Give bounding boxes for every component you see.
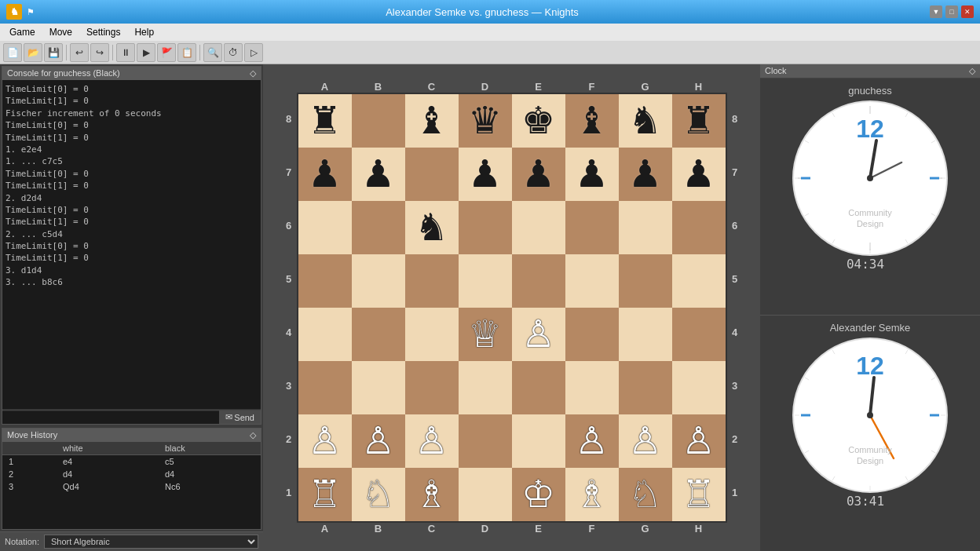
cell[interactable] bbox=[459, 361, 512, 414]
cell[interactable] bbox=[565, 201, 619, 254]
clock-button[interactable]: ⏱ bbox=[224, 43, 243, 62]
cell[interactable]: ♞ bbox=[619, 94, 672, 148]
redo-button[interactable]: ↪ bbox=[90, 43, 109, 62]
cell[interactable] bbox=[298, 308, 352, 361]
console-pin[interactable]: ◇ bbox=[250, 68, 256, 78]
cell[interactable] bbox=[352, 201, 405, 254]
maximize-button[interactable]: □ bbox=[945, 5, 958, 18]
zoom-button[interactable]: 🔍 bbox=[203, 43, 222, 62]
cell[interactable]: ♗ bbox=[405, 468, 459, 521]
cell[interactable]: ♙ bbox=[405, 414, 459, 468]
undo-button[interactable]: ↩ bbox=[70, 43, 89, 62]
cell[interactable]: ♙ bbox=[298, 414, 352, 468]
flag-button[interactable]: 🚩 bbox=[157, 43, 176, 62]
cell[interactable] bbox=[619, 254, 672, 308]
cell[interactable]: ♙ bbox=[672, 414, 726, 468]
cell[interactable] bbox=[619, 201, 672, 254]
console-input[interactable] bbox=[2, 411, 219, 424]
pause-button[interactable]: ⏸ bbox=[116, 43, 135, 62]
cell[interactable] bbox=[512, 201, 565, 254]
cell[interactable] bbox=[459, 254, 512, 308]
menu-move[interactable]: Move bbox=[43, 25, 79, 39]
cell[interactable]: ♔ bbox=[512, 468, 565, 521]
close-button[interactable]: ✕ bbox=[961, 5, 974, 18]
new-game-button[interactable]: 📄 bbox=[3, 43, 22, 62]
cell[interactable] bbox=[512, 414, 565, 468]
file-a-top: A bbox=[298, 81, 352, 93]
svg-point-21 bbox=[867, 175, 873, 181]
right-rank-coords: 8 7 6 5 4 3 2 1 bbox=[727, 93, 743, 523]
notation-select[interactable]: Short Algebraic bbox=[44, 535, 258, 549]
cell[interactable]: ♟ bbox=[672, 148, 726, 201]
clock-pin[interactable]: ◇ bbox=[969, 66, 975, 76]
piece: ♛ bbox=[468, 102, 502, 140]
save-button[interactable]: 💾 bbox=[44, 43, 63, 62]
cell[interactable] bbox=[512, 254, 565, 308]
cell[interactable] bbox=[459, 201, 512, 254]
chessboard[interactable]: ♜♝♛♚♝♞♜♟♟♟♟♟♟♟♞♕♙♙♙♙♙♙♙♖♘♗♔♗♘♖ bbox=[297, 93, 727, 523]
cell[interactable]: ♟ bbox=[512, 148, 565, 201]
forward-button[interactable]: ▶ bbox=[137, 43, 155, 62]
piece: ♝ bbox=[415, 102, 448, 140]
cell[interactable] bbox=[298, 361, 352, 414]
cell[interactable] bbox=[405, 254, 459, 308]
cell[interactable] bbox=[352, 94, 405, 148]
cell[interactable] bbox=[298, 201, 352, 254]
open-button[interactable]: 📂 bbox=[24, 43, 42, 62]
cell[interactable]: ♛ bbox=[459, 94, 512, 148]
cell[interactable]: ♜ bbox=[672, 94, 726, 148]
col-white: white bbox=[57, 442, 159, 455]
history-pin[interactable]: ◇ bbox=[250, 430, 256, 440]
cell[interactable]: ♙ bbox=[619, 414, 672, 468]
cell[interactable] bbox=[672, 254, 726, 308]
cell[interactable]: ♘ bbox=[352, 468, 405, 521]
cell[interactable]: ♙ bbox=[352, 414, 405, 468]
cell[interactable]: ♜ bbox=[298, 94, 352, 148]
cell[interactable]: ♘ bbox=[619, 468, 672, 521]
cell[interactable] bbox=[672, 201, 726, 254]
cell[interactable] bbox=[672, 308, 726, 361]
cell[interactable]: ♚ bbox=[512, 94, 565, 148]
cell[interactable] bbox=[352, 254, 405, 308]
cell[interactable]: ♖ bbox=[298, 468, 352, 521]
history-button[interactable]: 📋 bbox=[177, 43, 196, 62]
cell[interactable]: ♟ bbox=[565, 148, 619, 201]
cell[interactable] bbox=[298, 254, 352, 308]
cell[interactable]: ♕ bbox=[459, 308, 512, 361]
cell[interactable]: ♟ bbox=[619, 148, 672, 201]
cell[interactable] bbox=[512, 361, 565, 414]
console-line: TimeLimit[0] = 0 bbox=[5, 83, 258, 95]
cell[interactable]: ♟ bbox=[298, 148, 352, 201]
cell[interactable] bbox=[459, 414, 512, 468]
cell[interactable] bbox=[405, 361, 459, 414]
top-coords: A B C D E F G H bbox=[283, 81, 741, 93]
cell[interactable] bbox=[619, 308, 672, 361]
cell[interactable] bbox=[565, 361, 619, 414]
more-button[interactable]: ▷ bbox=[244, 43, 263, 62]
cell[interactable]: ♞ bbox=[405, 201, 459, 254]
cell[interactable]: ♝ bbox=[405, 94, 459, 148]
minimize-button[interactable]: ▼ bbox=[930, 5, 942, 18]
menu-settings[interactable]: Settings bbox=[80, 25, 126, 39]
cell[interactable]: ♖ bbox=[672, 468, 726, 521]
cell[interactable]: ♝ bbox=[565, 94, 619, 148]
cell[interactable] bbox=[565, 308, 619, 361]
cell[interactable]: ♟ bbox=[459, 148, 512, 201]
menu-game[interactable]: Game bbox=[3, 25, 42, 39]
piece: ♖ bbox=[308, 476, 342, 513]
cell[interactable] bbox=[459, 468, 512, 521]
cell[interactable] bbox=[352, 308, 405, 361]
rank-8-left: 8 bbox=[281, 93, 297, 146]
cell[interactable]: ♟ bbox=[352, 148, 405, 201]
cell[interactable] bbox=[405, 148, 459, 201]
cell[interactable]: ♗ bbox=[565, 468, 619, 521]
cell[interactable] bbox=[619, 361, 672, 414]
cell[interactable] bbox=[405, 308, 459, 361]
cell[interactable] bbox=[672, 361, 726, 414]
menu-help[interactable]: Help bbox=[128, 25, 160, 39]
cell[interactable]: ♙ bbox=[565, 414, 619, 468]
send-button[interactable]: ✉ Send bbox=[219, 411, 261, 424]
cell[interactable]: ♙ bbox=[512, 308, 565, 361]
cell[interactable] bbox=[565, 254, 619, 308]
cell[interactable] bbox=[352, 361, 405, 414]
